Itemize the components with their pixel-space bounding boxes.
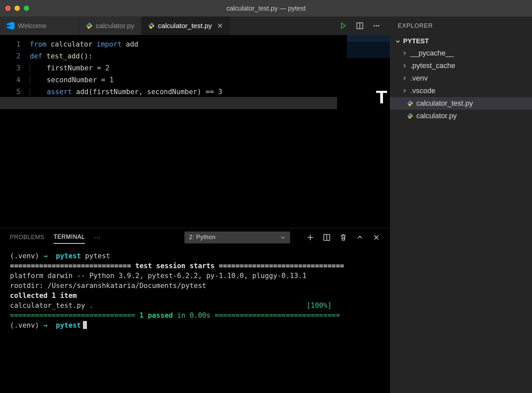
tree-item-label: .pytest_cache [410, 61, 455, 70]
terminal-line: (.venv) → pytest pytest [10, 251, 380, 261]
run-icon[interactable] [340, 22, 347, 29]
explorer-root[interactable]: PYTEST [390, 35, 532, 47]
terminal-line: rootdir: /Users/saranshkataria/Documents… [10, 281, 380, 291]
terminal-line: (.venv) → pytest [10, 320, 380, 330]
window-controls [0, 6, 29, 11]
terminal-line: ============================= test sessi… [10, 261, 380, 271]
line-number: 2 [0, 50, 30, 62]
chevron-right-icon [402, 51, 407, 55]
terminal-output[interactable]: (.venv) → pytest pytest=================… [0, 246, 390, 393]
chevron-right-icon [402, 63, 407, 68]
tree-file[interactable]: calculator_test.py [390, 97, 532, 110]
line-number: 5 [0, 86, 30, 98]
overlay-badge: T [376, 86, 387, 108]
maximize-panel-icon[interactable] [356, 234, 363, 241]
chevron-down-icon [395, 39, 400, 44]
minimap[interactable] [347, 35, 390, 58]
terminal-line: calculator_test.py . [100%] [10, 301, 380, 310]
split-terminal-icon[interactable] [323, 234, 330, 241]
tab-welcome[interactable]: Welcome [0, 17, 79, 35]
line-number-gutter: 123456 [0, 35, 30, 228]
split-editor-icon[interactable] [356, 22, 363, 29]
terminal-line: collected 1 item [10, 291, 380, 301]
code-line[interactable]: firstNumber = 2 [30, 62, 390, 74]
tab-calculator-test[interactable]: calculator_test.py [141, 17, 230, 35]
panel-tab-terminal[interactable]: TERMINAL [54, 231, 85, 244]
python-icon [407, 113, 413, 119]
python-icon [407, 100, 413, 106]
chevron-down-icon [280, 235, 285, 240]
code-content[interactable]: from calculator import adddef test_add()… [30, 35, 390, 228]
svg-point-4 [378, 25, 379, 26]
explorer-sidebar: EXPLORER PYTEST __pycache__.pytest_cache… [390, 17, 532, 393]
kill-terminal-icon[interactable] [340, 234, 347, 241]
explorer-title: EXPLORER [390, 22, 532, 35]
titlebar: calculator_test.py — pytest [0, 0, 532, 17]
terminal-cursor [83, 321, 87, 329]
code-line[interactable]: from calculator import add [30, 38, 390, 50]
close-panel-icon[interactable] [373, 234, 380, 241]
code-line[interactable]: def test_add(): [30, 50, 390, 62]
maximize-window-button[interactable] [24, 6, 29, 11]
terminal-line: platform darwin -- Python 3.9.2, pytest-… [10, 271, 380, 281]
chevron-right-icon [402, 89, 407, 93]
tree-item-label: __pycache__ [410, 49, 454, 57]
python-icon [86, 22, 93, 29]
vscode-logo-icon [7, 22, 15, 30]
close-tab-icon[interactable] [217, 23, 223, 29]
explorer-root-label: PYTEST [403, 37, 429, 45]
editor-tabs: Welcome calculator.py calculator_test.py [0, 17, 390, 35]
bottom-panel: PROBLEMS TERMINAL ··· 2: Python [0, 228, 390, 393]
tree-folder[interactable]: .vscode [390, 85, 532, 97]
new-terminal-icon[interactable] [307, 234, 314, 241]
code-line[interactable]: secondNumber = 1 [30, 74, 390, 86]
minimize-window-button[interactable] [15, 6, 20, 11]
more-actions-icon[interactable] [373, 22, 380, 29]
code-editor[interactable]: 123456 from calculator import adddef tes… [0, 35, 390, 228]
terminal-line: ============================== 1 passed … [10, 310, 380, 320]
tab-calculator[interactable]: calculator.py [79, 17, 141, 35]
tree-folder[interactable]: .venv [390, 72, 532, 85]
svg-point-2 [373, 25, 375, 26]
tree-item-label: .venv [410, 74, 428, 83]
panel-more-icon[interactable]: ··· [94, 233, 101, 242]
tree-folder[interactable]: .pytest_cache [390, 59, 532, 72]
tab-label: Welcome [18, 22, 47, 30]
line-number: 4 [0, 74, 30, 86]
chevron-right-icon [402, 76, 407, 81]
tree-item-label: calculator.py [416, 112, 457, 120]
line-number: 1 [0, 38, 30, 50]
terminal-selector[interactable]: 2: Python [184, 232, 290, 243]
tab-label: calculator.py [96, 22, 134, 30]
tree-file[interactable]: calculator.py [390, 110, 532, 122]
code-line[interactable]: assert add(firstNumber, secondNumber) ==… [30, 86, 390, 98]
window-title: calculator_test.py — pytest [0, 5, 532, 12]
line-number: 3 [0, 62, 30, 74]
panel-tab-problems[interactable]: PROBLEMS [10, 231, 44, 243]
svg-point-3 [376, 25, 377, 26]
python-icon [148, 22, 155, 29]
close-window-button[interactable] [5, 6, 11, 11]
terminal-selector-label: 2: Python [189, 234, 216, 241]
tab-label: calculator_test.py [158, 22, 212, 30]
tree-folder[interactable]: __pycache__ [390, 47, 532, 59]
tree-item-label: .vscode [410, 87, 436, 95]
tree-item-label: calculator_test.py [416, 99, 473, 108]
